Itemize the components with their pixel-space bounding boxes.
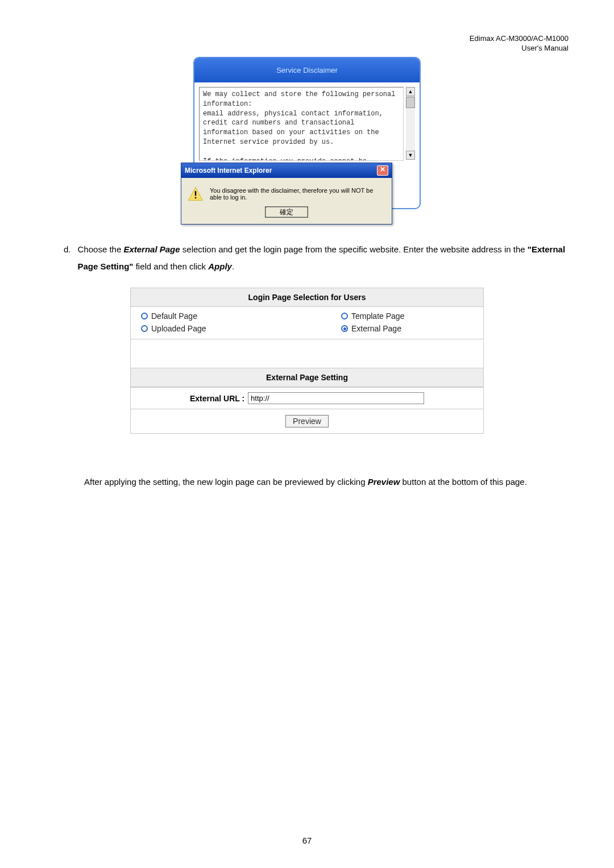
scroll-thumb[interactable] <box>406 97 415 108</box>
doc-header: Edimax AC-M3000/AC-M1000 User's Manual <box>470 34 569 53</box>
close-icon[interactable]: ✕ <box>377 165 388 176</box>
svg-rect-2 <box>195 197 196 198</box>
preview-note: After applying the setting, the new logi… <box>34 474 580 491</box>
scroll-track[interactable] <box>406 97 415 150</box>
external-url-label: External URL : <box>190 394 244 403</box>
service-disclaimer-title: Service Disclaimer <box>194 58 420 82</box>
dialog-message: You disagree with the disclaimer, theref… <box>210 187 385 201</box>
uploaded-page-label: Uploaded Page <box>151 324 206 333</box>
disclaimer-figure: Service Disclaimer We may collect and st… <box>193 57 421 209</box>
scrollbar[interactable]: ▲ ▼ <box>406 87 415 160</box>
doc-header-line1: Edimax AC-M3000/AC-M1000 <box>470 34 569 44</box>
alert-dialog: Microsoft Internet Explorer ✕ You disagr… <box>181 163 392 225</box>
external-page-radio[interactable] <box>341 325 348 332</box>
scroll-up-button[interactable]: ▲ <box>406 87 415 96</box>
external-page-label: External Page <box>351 324 401 333</box>
warning-icon <box>188 186 203 202</box>
scroll-down-button[interactable]: ▼ <box>406 151 415 160</box>
template-page-label: Template Page <box>351 312 404 321</box>
dialog-ok-button[interactable]: 確定 <box>265 207 308 217</box>
login-selection-panel: Login Page Selection for Users Default P… <box>130 288 484 434</box>
instruction-d: d. Choose the External Page selection an… <box>34 241 580 275</box>
doc-header-line2: User's Manual <box>470 44 569 53</box>
default-page-radio[interactable] <box>141 313 148 319</box>
external-url-input[interactable]: http:// <box>248 392 424 404</box>
list-bullet: d. <box>64 241 71 275</box>
uploaded-page-radio[interactable] <box>141 325 148 332</box>
login-selection-header: Login Page Selection for Users <box>131 288 483 307</box>
external-setting-header: External Page Setting <box>131 368 483 387</box>
instruction-d-text: Choose the External Page selection and g… <box>78 241 580 275</box>
page-number: 67 <box>0 836 614 845</box>
preview-button[interactable]: Preview <box>285 415 329 427</box>
template-page-radio[interactable] <box>341 313 348 319</box>
disclaimer-textarea[interactable]: We may collect and store the following p… <box>199 87 404 161</box>
default-page-label: Default Page <box>151 312 197 321</box>
dialog-title: Microsoft Internet Explorer <box>185 167 272 175</box>
svg-rect-1 <box>195 191 196 196</box>
